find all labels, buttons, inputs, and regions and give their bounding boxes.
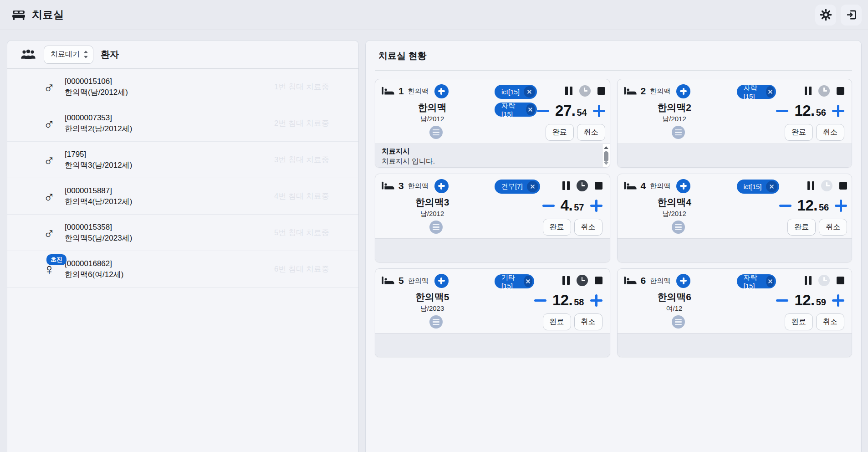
- tag-close-icon[interactable]: [766, 181, 777, 192]
- treatment-note: [618, 144, 852, 167]
- bed-status-text: 1번 침대 치료중: [274, 82, 329, 92]
- add-treatment-button[interactable]: [676, 84, 690, 98]
- pause-icon[interactable]: [565, 87, 572, 95]
- pause-icon[interactable]: [805, 276, 812, 285]
- patient-list-item[interactable]: ♂ [1795] 한의맥3(남/2012세) 3번 침대 치료중: [7, 142, 358, 178]
- stop-icon[interactable]: [597, 87, 605, 95]
- patient-list-item[interactable]: ♂ [0000015106] 한의맥(남/2012세) 1번 침대 치료중: [7, 69, 358, 105]
- clock-icon[interactable]: [577, 275, 588, 286]
- complete-button[interactable]: 완료: [787, 219, 816, 236]
- menu-icon[interactable]: [672, 126, 685, 139]
- timer-minus-button[interactable]: [776, 299, 788, 302]
- complete-button[interactable]: 완료: [546, 124, 574, 141]
- patient-filter-value: 치료대기: [51, 50, 80, 59]
- bed-icon: [382, 276, 394, 286]
- bed-number: 5: [398, 275, 404, 286]
- add-treatment-button[interactable]: [676, 179, 690, 193]
- bed-number: 6: [641, 275, 646, 286]
- pause-icon[interactable]: [562, 181, 570, 190]
- stop-icon[interactable]: [839, 182, 847, 190]
- cancel-button[interactable]: 취소: [577, 124, 605, 141]
- pause-icon[interactable]: [805, 87, 812, 95]
- clock-icon[interactable]: [821, 180, 832, 191]
- scroll-thumb[interactable]: [604, 151, 608, 162]
- cancel-button[interactable]: 취소: [819, 219, 847, 236]
- cancel-button[interactable]: 취소: [816, 313, 844, 330]
- note-text: 치료지시 입니다.: [382, 156, 599, 166]
- timer-plus-button[interactable]: [832, 105, 844, 117]
- scroll-down-icon[interactable]: [604, 162, 608, 165]
- cancel-button[interactable]: 취소: [816, 124, 844, 141]
- complete-button[interactable]: 완료: [785, 124, 813, 141]
- pause-icon[interactable]: [807, 181, 815, 190]
- add-treatment-button[interactable]: [676, 274, 690, 288]
- cancel-button[interactable]: 취소: [574, 313, 602, 330]
- menu-icon[interactable]: [429, 126, 443, 139]
- timer-value: 12. 59: [794, 292, 826, 309]
- add-treatment-button[interactable]: [434, 274, 449, 288]
- pause-icon[interactable]: [562, 276, 570, 285]
- logout-button[interactable]: [841, 5, 862, 26]
- patient-list-item[interactable]: ♂ [0000015887] 한의맥4(남/2012세) 4번 침대 치료중: [7, 178, 358, 215]
- clock-icon[interactable]: [818, 275, 830, 286]
- settings-button[interactable]: [815, 5, 836, 26]
- clock-icon[interactable]: [579, 85, 591, 97]
- treatment-tags: 자락[15]: [737, 274, 776, 288]
- menu-icon[interactable]: [672, 221, 685, 234]
- tag-close-icon[interactable]: [527, 181, 538, 192]
- patient-list-item[interactable]: ♂ [0000007353] 한의맥2(남/2012세) 2번 침대 치료중: [7, 105, 358, 142]
- tag-close-icon[interactable]: [526, 104, 535, 115]
- patient-list-item[interactable]: 초진 ♀ [0000016862] 한의맥6(여/12세) 6번 침대 치료중: [7, 251, 358, 288]
- tag-close-icon[interactable]: [766, 86, 774, 98]
- bed-icon: [624, 276, 637, 286]
- treatment-tag[interactable]: 건부[7]: [495, 180, 540, 194]
- timer-minus-button[interactable]: [542, 205, 555, 207]
- treatment-tag[interactable]: ict[15]: [737, 180, 779, 194]
- patient-list-item[interactable]: ♂ [0000015358] 한의맥5(남/2023세) 5번 침대 치료중: [7, 215, 358, 251]
- cancel-button[interactable]: 취소: [574, 219, 602, 236]
- card-patient-name: 한의맥4: [636, 196, 713, 209]
- tag-close-icon[interactable]: [524, 276, 532, 287]
- room-card: 2 한의맥 한의맥2 남/2012 자락[15]: [617, 79, 853, 168]
- clock-icon[interactable]: [577, 180, 588, 191]
- menu-icon[interactable]: [672, 315, 685, 329]
- tag-close-icon[interactable]: [766, 276, 774, 287]
- complete-button[interactable]: 완료: [543, 219, 571, 236]
- bed-icon: [624, 86, 637, 96]
- clock-icon[interactable]: [818, 85, 830, 97]
- add-treatment-button[interactable]: [434, 84, 449, 98]
- treatment-tags: ict[15]: [737, 180, 779, 194]
- timer-plus-button[interactable]: [590, 200, 602, 212]
- stop-icon[interactable]: [595, 277, 602, 284]
- tag-close-icon[interactable]: [524, 86, 535, 98]
- scroll-up-icon[interactable]: [604, 146, 608, 149]
- patient-name: 한의맥3(남/2012세): [65, 160, 132, 170]
- bed-status-text: 5번 침대 치료중: [274, 227, 329, 238]
- patient-filter-select[interactable]: 치료대기: [44, 46, 93, 64]
- timer-plus-button[interactable]: [832, 294, 844, 307]
- timer-minus-button[interactable]: [779, 205, 791, 207]
- add-treatment-button[interactable]: [434, 179, 449, 193]
- stop-icon[interactable]: [837, 87, 844, 95]
- timer-plus-button[interactable]: [593, 105, 605, 117]
- room-card: 4 한의맥 한의맥4 남/2012 ict[15]: [617, 174, 853, 262]
- timer-plus-button[interactable]: [835, 200, 847, 212]
- treatment-tag[interactable]: 자락[15]: [737, 274, 776, 288]
- timer-minus-button[interactable]: [537, 110, 549, 112]
- stop-icon[interactable]: [595, 182, 602, 190]
- treatment-tag[interactable]: 자락[15]: [495, 103, 537, 117]
- timer-plus-button[interactable]: [590, 294, 602, 307]
- complete-button[interactable]: 완료: [543, 313, 571, 330]
- treatment-tag[interactable]: 기타[15]: [495, 274, 534, 288]
- timer-minutes: 12.: [552, 292, 572, 309]
- complete-button[interactable]: 완료: [785, 313, 813, 330]
- timer-minus-button[interactable]: [534, 299, 546, 302]
- menu-icon[interactable]: [429, 221, 443, 234]
- timer-minus-button[interactable]: [776, 110, 788, 112]
- treatment-tag[interactable]: ict[15]: [495, 85, 537, 99]
- menu-icon[interactable]: [429, 315, 443, 329]
- note-scrollbar[interactable]: [602, 144, 610, 167]
- patient-name: 한의맥5(남/2023세): [65, 233, 132, 243]
- stop-icon[interactable]: [837, 277, 844, 284]
- treatment-tag[interactable]: 자락[15]: [737, 85, 776, 99]
